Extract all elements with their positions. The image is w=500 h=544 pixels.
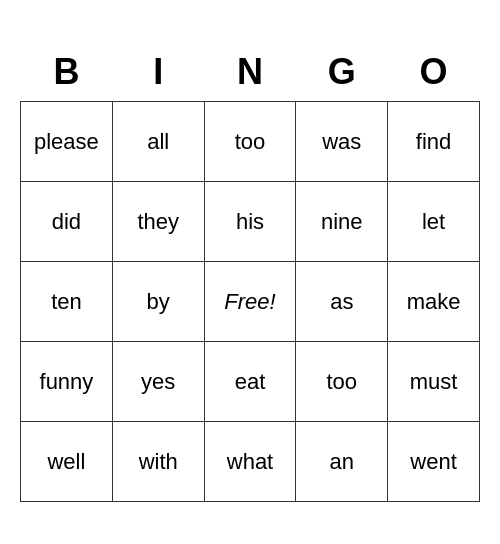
bingo-cell-4-1: with [112,422,204,502]
bingo-cell-1-0: did [21,182,113,262]
bingo-row-1: didtheyhisninelet [21,182,480,262]
bingo-cell-4-3: an [296,422,388,502]
bingo-cell-2-2: Free! [204,262,296,342]
bingo-row-0: pleasealltoowasfind [21,102,480,182]
bingo-card: BINGO pleasealltoowasfinddidtheyhisninel… [20,42,480,503]
bingo-cell-3-1: yes [112,342,204,422]
bingo-cell-0-0: please [21,102,113,182]
header-cell-i: I [112,42,204,102]
bingo-cell-0-4: find [388,102,480,182]
bingo-cell-1-2: his [204,182,296,262]
bingo-cell-3-3: too [296,342,388,422]
bingo-cell-0-2: too [204,102,296,182]
bingo-cell-1-3: nine [296,182,388,262]
bingo-cell-4-0: well [21,422,113,502]
bingo-cell-0-3: was [296,102,388,182]
bingo-cell-2-3: as [296,262,388,342]
bingo-row-4: wellwithwhatanwent [21,422,480,502]
header-row: BINGO [21,42,480,102]
header-cell-o: O [388,42,480,102]
bingo-cell-2-4: make [388,262,480,342]
bingo-cell-3-2: eat [204,342,296,422]
bingo-cell-4-4: went [388,422,480,502]
bingo-cell-2-1: by [112,262,204,342]
header-cell-b: B [21,42,113,102]
bingo-cell-3-0: funny [21,342,113,422]
bingo-cell-3-4: must [388,342,480,422]
bingo-row-3: funnyyeseattoomust [21,342,480,422]
bingo-cell-1-4: let [388,182,480,262]
bingo-cell-0-1: all [112,102,204,182]
bingo-cell-4-2: what [204,422,296,502]
header-cell-n: N [204,42,296,102]
header-cell-g: G [296,42,388,102]
bingo-cell-1-1: they [112,182,204,262]
bingo-row-2: tenbyFree!asmake [21,262,480,342]
bingo-cell-2-0: ten [21,262,113,342]
